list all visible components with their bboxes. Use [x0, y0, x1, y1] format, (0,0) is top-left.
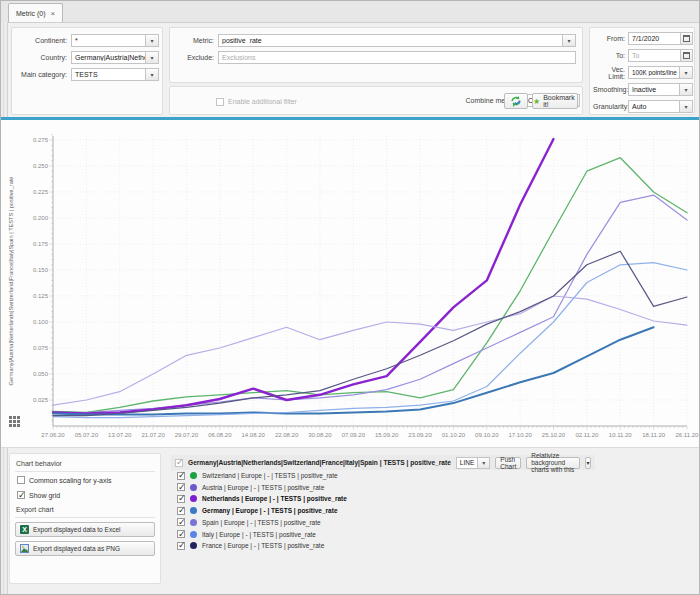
y-tick-label: 0.225: [33, 189, 49, 195]
to-date-input[interactable]: [628, 49, 681, 62]
series-color-dot: [190, 495, 197, 502]
x-tick-label: 09.10.20: [475, 432, 499, 438]
exclude-label: Exclude:: [176, 54, 214, 61]
excel-icon: X: [20, 525, 29, 534]
chevron-down-icon[interactable]: ▾: [145, 69, 158, 80]
tab-bar: Metric (0) ×: [1, 1, 699, 23]
series-line: [53, 251, 687, 415]
push-chart-button[interactable]: Push Chart: [495, 457, 521, 469]
chevron-down-icon[interactable]: ▾: [679, 84, 692, 95]
bookmark-label: Bookmark it!: [543, 94, 577, 108]
main-category-select[interactable]: TESTS ▾: [71, 68, 159, 81]
y-tick-label: 0.250: [33, 163, 49, 169]
enable-additional-filter-checkbox[interactable]: [216, 98, 224, 106]
series-line: [53, 296, 687, 405]
x-tick-label: 14.08.20: [242, 432, 266, 438]
x-tick-label: 27.06.20: [41, 432, 65, 438]
data-table-icon[interactable]: [9, 416, 20, 427]
vec-limit-select[interactable]: 100K points/line ▾: [628, 66, 693, 79]
legend-master-label: Germany|Austria|Netherlands|Switzerland|…: [188, 459, 451, 466]
from-date-input[interactable]: [628, 32, 681, 45]
x-tick-label: 15.09.20: [375, 432, 399, 438]
common-scaling-checkbox[interactable]: [17, 476, 25, 484]
chart-behavior-title: Chart behavior: [16, 460, 62, 467]
filter-group-metric: Metric: positive_rate ▾ Exclude:: [169, 27, 583, 83]
y-tick-label: 0.275: [33, 137, 49, 143]
legend-item-checkbox[interactable]: [177, 507, 185, 515]
divider: [15, 517, 155, 518]
legend-item-checkbox[interactable]: [177, 483, 185, 491]
continent-select[interactable]: * ▾: [71, 34, 159, 47]
filter-group-actions: Enable additional filter Combine metrics…: [169, 86, 583, 115]
metric-select[interactable]: positive_rate ▾: [218, 34, 576, 47]
chevron-down-icon[interactable]: ▾: [562, 35, 575, 46]
common-scaling-label: Common scaling for y-axis: [29, 477, 111, 484]
chevron-down-icon[interactable]: ▾: [679, 101, 692, 112]
x-tick-label: 17.10.20: [508, 432, 532, 438]
legend-header: Germany|Austria|Netherlands|Switzerland|…: [171, 455, 595, 470]
y-tick-label: 0.175: [33, 241, 49, 247]
line-type-select[interactable]: LINE ▾: [456, 457, 490, 469]
series-color-dot: [190, 507, 197, 514]
legend-item-label: France | Europe | - | TESTS | positive_r…: [202, 542, 324, 549]
x-tick-label: 30.08.20: [308, 432, 332, 438]
legend-item-checkbox[interactable]: [177, 518, 185, 526]
legend-row: Austria | Europe | - | TESTS | positive_…: [177, 482, 324, 493]
x-tick-label: 06.08.20: [208, 432, 232, 438]
legend-item-label: Switzerland | Europe | - | TESTS | posit…: [202, 472, 338, 479]
granularity-select[interactable]: Auto ▾: [628, 100, 693, 113]
series-line: [53, 263, 687, 418]
legend-item-label: Germany | Europe | - | TESTS | positive_…: [202, 507, 338, 514]
legend-item-label: Netherlands | Europe | - | TESTS | posit…: [202, 495, 347, 502]
legend-item-label: Italy | Europe | - | TESTS | positive_ra…: [202, 531, 316, 538]
y-axis-title: Germany|Austria|Netherlands|Switzerland|…: [8, 177, 14, 386]
exclude-input[interactable]: [218, 51, 576, 64]
series-color-dot: [190, 484, 197, 491]
export-chart-title: Export chart: [16, 506, 54, 513]
legend-item-checkbox[interactable]: [177, 472, 185, 480]
divider: [15, 471, 155, 472]
bookmark-button[interactable]: ★ Bookmark it!: [532, 93, 578, 109]
legend-item-checkbox[interactable]: [177, 495, 185, 503]
show-grid-label: Show grid: [29, 492, 60, 499]
legend-item-checkbox[interactable]: [177, 530, 185, 538]
chevron-down-icon[interactable]: ▾: [145, 35, 158, 46]
y-tick-label: 0.050: [33, 371, 49, 377]
legend-item-checkbox[interactable]: [177, 542, 185, 550]
export-png-button[interactable]: Export displayed data as PNG: [15, 541, 155, 556]
relativize-button[interactable]: Relativize background charts with this: [526, 457, 580, 469]
legend-master-checkbox[interactable]: [175, 459, 183, 467]
smoothing-select[interactable]: Inactive ▾: [628, 83, 693, 96]
x-tick-label: 21.07.20: [141, 432, 165, 438]
legend-row: France | Europe | - | TESTS | positive_r…: [177, 540, 324, 551]
close-icon[interactable]: ×: [51, 9, 56, 18]
filter-group-range: From: To: Vec. Limit: 100K points/line ▾…: [589, 27, 695, 115]
calendar-icon[interactable]: [681, 49, 693, 62]
show-grid-row: Show grid: [17, 491, 60, 499]
x-tick-label: 05.07.20: [75, 432, 99, 438]
x-tick-label: 02.11.20: [575, 432, 599, 438]
chevron-down-icon[interactable]: ▾: [679, 67, 692, 78]
chart-options-panel: Chart behavior Common scaling for y-axis…: [9, 453, 161, 584]
series-color-dot: [190, 531, 197, 538]
filter-group-location: Continent: * ▾ Country: Germany|Austria|…: [11, 27, 163, 115]
y-tick-label: 0.075: [33, 345, 49, 351]
chevron-down-icon[interactable]: ▾: [145, 52, 158, 63]
refresh-button[interactable]: [504, 93, 528, 109]
show-grid-checkbox[interactable]: [17, 491, 25, 499]
x-tick-label: 22.08.20: [275, 432, 299, 438]
y-tick-label: 0.200: [33, 215, 49, 221]
x-tick-label: 01.10.20: [442, 432, 466, 438]
tab-metric[interactable]: Metric (0) ×: [8, 3, 63, 22]
continent-label: Continent:: [15, 37, 67, 44]
export-excel-button[interactable]: X Export displayed data to Excel: [15, 522, 155, 537]
chevron-down-icon[interactable]: ▾: [477, 458, 489, 468]
legend-row: Netherlands | Europe | - | TESTS | posit…: [177, 493, 347, 504]
x-tick-label: 07.09.20: [342, 432, 366, 438]
calendar-icon[interactable]: [681, 32, 693, 45]
y-tick-label: 0.150: [33, 267, 49, 273]
country-select[interactable]: Germany|Austria|Netherland ▾: [71, 51, 159, 64]
chevron-down-icon[interactable]: ▾: [585, 457, 591, 469]
app-window: Metric (0) × Continent: * ▾ Country: Ger…: [0, 0, 700, 595]
export-excel-label: Export displayed data to Excel: [33, 526, 120, 533]
